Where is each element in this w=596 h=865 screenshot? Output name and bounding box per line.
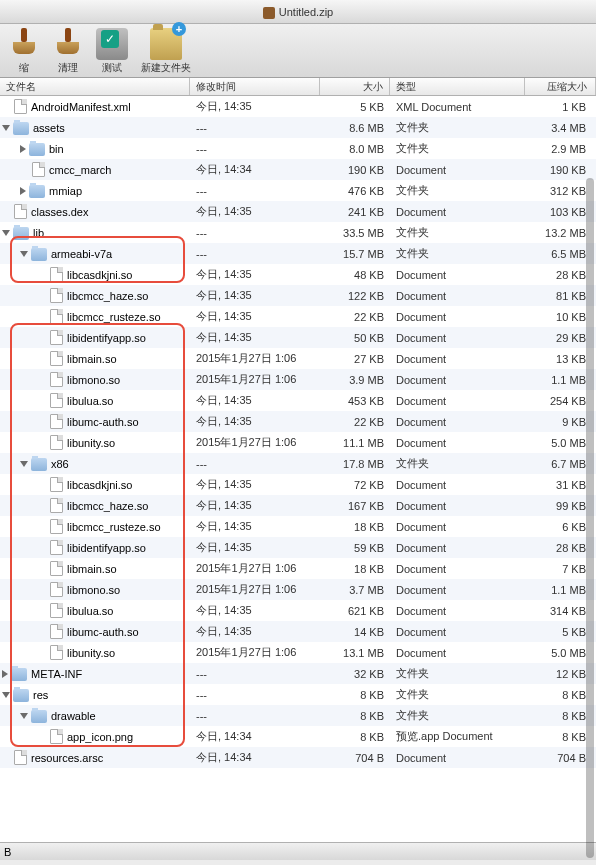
test-button[interactable]: 测试 [92, 28, 132, 75]
disclosure-spacer [38, 439, 47, 447]
table-row[interactable]: libmono.so2015年1月27日 1:063.7 MBDocument1… [0, 579, 596, 600]
file-modified: 2015年1月27日 1:06 [190, 372, 320, 387]
file-size: 18 KB [320, 521, 390, 533]
disclosure-triangle-icon[interactable] [20, 461, 28, 467]
table-row[interactable]: libcmcc_rusteze.so今日, 14:3522 KBDocument… [0, 306, 596, 327]
table-row[interactable]: cmcc_march今日, 14:34190 KBDocument190 KB [0, 159, 596, 180]
file-name: libmono.so [67, 374, 120, 386]
disclosure-triangle-icon[interactable] [2, 125, 10, 131]
col-header-type[interactable]: 类型 [390, 78, 525, 95]
table-row[interactable]: libmain.so2015年1月27日 1:0618 KBDocument7 … [0, 558, 596, 579]
disclosure-triangle-icon[interactable] [20, 713, 28, 719]
file-type: Document [390, 563, 525, 575]
table-row[interactable]: x86---17.8 MB文件夹6.7 MB [0, 453, 596, 474]
table-row[interactable]: META-INF---32 KB文件夹12 KB [0, 663, 596, 684]
file-type: 预览.app Document [390, 729, 525, 744]
col-header-modified[interactable]: 修改时间 [190, 78, 320, 95]
table-row[interactable]: libmain.so2015年1月27日 1:0627 KBDocument13… [0, 348, 596, 369]
file-name: x86 [51, 458, 69, 470]
file-name: drawable [51, 710, 96, 722]
table-row[interactable]: resources.arsc今日, 14:34704 BDocument704 … [0, 747, 596, 768]
table-row[interactable]: libcmcc_haze.so今日, 14:35167 KBDocument99… [0, 495, 596, 516]
file-type: 文件夹 [390, 120, 525, 135]
table-row[interactable]: libidentifyapp.so今日, 14:3559 KBDocument2… [0, 537, 596, 558]
file-compressed-size: 2.9 MB [525, 143, 596, 155]
file-size: 15.7 MB [320, 248, 390, 260]
table-row[interactable]: libcasdkjni.so今日, 14:3548 KBDocument28 K… [0, 264, 596, 285]
file-name: libidentifyapp.so [67, 542, 146, 554]
new-folder-button[interactable]: 新建文件夹 [136, 28, 196, 75]
disclosure-triangle-icon[interactable] [20, 251, 28, 257]
table-row[interactable]: libulua.so今日, 14:35453 KBDocument254 KB [0, 390, 596, 411]
table-row[interactable]: lib---33.5 MB文件夹13.2 MB [0, 222, 596, 243]
file-icon [50, 393, 63, 408]
table-row[interactable]: app_icon.png今日, 14:348 KB预览.app Document… [0, 726, 596, 747]
file-name: libcmcc_rusteze.so [67, 521, 161, 533]
file-size: 22 KB [320, 311, 390, 323]
table-row[interactable]: libumc-auth.so今日, 14:3522 KBDocument9 KB [0, 411, 596, 432]
folder-icon [31, 710, 47, 723]
status-text: B [4, 846, 11, 858]
file-modified: 今日, 14:35 [190, 477, 320, 492]
disclosure-spacer [38, 418, 47, 426]
file-type: 文件夹 [390, 666, 525, 681]
clean-button[interactable]: 清理 [48, 28, 88, 75]
file-size: 48 KB [320, 269, 390, 281]
disclosure-triangle-icon[interactable] [20, 145, 26, 153]
disclosure-triangle-icon[interactable] [2, 230, 10, 236]
table-row[interactable]: libcmcc_rusteze.so今日, 14:3518 KBDocument… [0, 516, 596, 537]
file-type: Document [390, 269, 525, 281]
file-type: Document [390, 647, 525, 659]
file-size: 72 KB [320, 479, 390, 491]
file-size: 8 KB [320, 689, 390, 701]
file-size: 14 KB [320, 626, 390, 638]
disclosure-triangle-icon[interactable] [2, 692, 10, 698]
file-size: 13.1 MB [320, 647, 390, 659]
shrink-button[interactable]: 缩 [4, 28, 44, 75]
table-row[interactable]: bin---8.0 MB文件夹2.9 MB [0, 138, 596, 159]
broom-icon [52, 28, 84, 60]
file-list[interactable]: AndroidManifest.xml今日, 14:355 KBXML Docu… [0, 96, 596, 842]
file-type: Document [390, 479, 525, 491]
file-compressed-size: 3.4 MB [525, 122, 596, 134]
table-row[interactable]: libumc-auth.so今日, 14:3514 KBDocument5 KB [0, 621, 596, 642]
table-row[interactable]: libulua.so今日, 14:35621 KBDocument314 KB [0, 600, 596, 621]
file-size: 33.5 MB [320, 227, 390, 239]
col-header-size[interactable]: 大小 [320, 78, 390, 95]
col-header-compressed[interactable]: 压缩大小 [525, 78, 596, 95]
disclosure-triangle-icon[interactable] [20, 187, 26, 195]
table-row[interactable]: AndroidManifest.xml今日, 14:355 KBXML Docu… [0, 96, 596, 117]
file-name: bin [49, 143, 64, 155]
table-row[interactable]: libmono.so2015年1月27日 1:063.9 MBDocument1… [0, 369, 596, 390]
file-icon [14, 750, 27, 765]
file-size: 27 KB [320, 353, 390, 365]
table-row[interactable]: libcasdkjni.so今日, 14:3572 KBDocument31 K… [0, 474, 596, 495]
table-row[interactable]: armeabi-v7a---15.7 MB文件夹6.5 MB [0, 243, 596, 264]
file-icon [50, 288, 63, 303]
file-size: 18 KB [320, 563, 390, 575]
table-row[interactable]: mmiap---476 KB文件夹312 KB [0, 180, 596, 201]
file-modified: 今日, 14:35 [190, 288, 320, 303]
file-icon [50, 561, 63, 576]
file-icon [50, 603, 63, 618]
table-row[interactable]: classes.dex今日, 14:35241 KBDocument103 KB [0, 201, 596, 222]
col-header-name[interactable]: 文件名 [0, 78, 190, 95]
file-modified: 今日, 14:35 [190, 624, 320, 639]
table-row[interactable]: assets---8.6 MB文件夹3.4 MB [0, 117, 596, 138]
file-modified: --- [190, 122, 320, 134]
table-row[interactable]: drawable---8 KB文件夹8 KB [0, 705, 596, 726]
scroll-thumb[interactable] [586, 178, 594, 858]
table-row[interactable]: libidentifyapp.so今日, 14:3550 KBDocument2… [0, 327, 596, 348]
disclosure-spacer [38, 523, 47, 531]
folder-icon [31, 248, 47, 261]
broom-icon [8, 28, 40, 60]
table-row[interactable]: libcmcc_haze.so今日, 14:35122 KBDocument81… [0, 285, 596, 306]
table-row[interactable]: libunity.so2015年1月27日 1:0611.1 MBDocumen… [0, 432, 596, 453]
disclosure-triangle-icon[interactable] [2, 670, 8, 678]
file-type: 文件夹 [390, 225, 525, 240]
table-row[interactable]: libunity.so2015年1月27日 1:0613.1 MBDocumen… [0, 642, 596, 663]
disclosure-spacer [20, 166, 29, 174]
table-header: 文件名 修改时间 大小 类型 压缩大小 [0, 78, 596, 96]
scrollbar[interactable] [586, 178, 594, 865]
table-row[interactable]: res---8 KB文件夹8 KB [0, 684, 596, 705]
